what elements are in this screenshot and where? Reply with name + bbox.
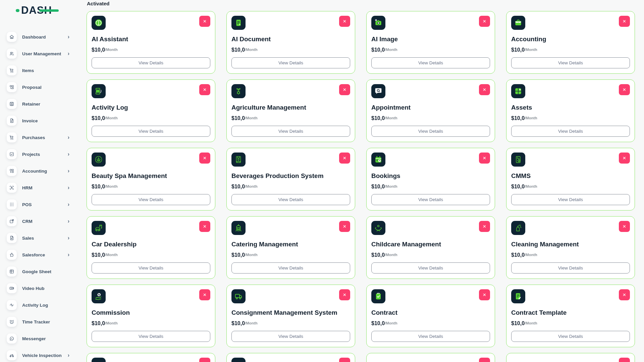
sidebar-item-retainer[interactable]: Retainer <box>7 99 69 109</box>
view-details-button[interactable]: View Details <box>92 331 210 342</box>
addon-title: Contract <box>371 309 490 316</box>
sidebar-item-salesforce[interactable]: Salesforce › <box>7 250 69 260</box>
close-icon: × <box>343 292 346 298</box>
view-details-button[interactable]: View Details <box>92 262 210 274</box>
sidebar-item-hrm[interactable]: HRM › <box>7 183 69 193</box>
deactivate-button[interactable]: × <box>479 84 490 95</box>
sidebar-item-dashboard[interactable]: Dashboard › <box>7 32 69 42</box>
sidebar-item-label: Projects <box>22 152 40 157</box>
addon-card-partial-4: × <box>506 353 635 362</box>
close-icon: × <box>203 292 207 298</box>
sidebar-item-proposal[interactable]: Proposal <box>7 82 69 92</box>
deactivate-button[interactable]: × <box>199 289 210 300</box>
sidebar-item-google-sheet[interactable]: Google Sheet <box>7 266 69 277</box>
sidebar-item-projects[interactable]: Projects › <box>7 149 69 159</box>
deactivate-button[interactable]: × <box>339 84 350 95</box>
deactivate-button[interactable]: × <box>619 153 630 164</box>
view-details-button[interactable]: View Details <box>371 262 490 274</box>
deactivate-button[interactable]: × <box>339 16 350 27</box>
sidebar-item-video-hub[interactable]: Video Hub <box>7 283 69 293</box>
deactivate-button[interactable]: × <box>619 84 630 95</box>
close-icon: × <box>203 224 207 229</box>
deactivate-button[interactable]: × <box>479 221 490 232</box>
deactivate-button[interactable]: × <box>199 358 210 362</box>
addon-period: /Month <box>525 321 537 325</box>
view-details-button[interactable]: View Details <box>511 331 630 342</box>
view-details-button[interactable]: View Details <box>371 194 490 205</box>
thumbs-up-icon <box>7 250 17 260</box>
sidebar-item-messenger[interactable]: Messenger <box>7 334 69 344</box>
deactivate-button[interactable]: × <box>199 153 210 164</box>
view-details-button[interactable]: View Details <box>511 194 630 205</box>
deactivate-button[interactable]: × <box>479 358 490 362</box>
chevron-right-icon: › <box>68 168 69 174</box>
deactivate-button[interactable]: × <box>199 84 210 95</box>
deactivate-button[interactable]: × <box>619 358 630 362</box>
addon-title: Catering Management <box>231 241 350 248</box>
addon-price-row: $10,0/Month <box>92 320 210 326</box>
view-details-button[interactable]: View Details <box>231 262 350 274</box>
view-details-button[interactable]: View Details <box>371 331 490 342</box>
deactivate-button[interactable]: × <box>619 221 630 232</box>
view-details-button[interactable]: View Details <box>371 126 490 137</box>
view-details-button[interactable]: View Details <box>92 57 210 68</box>
sidebar-item-label: Activity Log <box>22 303 48 308</box>
deactivate-button[interactable]: × <box>479 16 490 27</box>
home-icon <box>7 32 17 42</box>
deactivate-button[interactable]: × <box>479 153 490 164</box>
view-details-button[interactable]: View Details <box>231 194 350 205</box>
addon-title: Beverages Production System <box>231 172 350 180</box>
lotus-icon <box>92 153 106 167</box>
deactivate-button[interactable]: × <box>619 16 630 27</box>
deactivate-button[interactable]: × <box>339 221 350 232</box>
sidebar-item-time-tracker[interactable]: Time Tracker <box>7 317 69 327</box>
deactivate-button[interactable]: × <box>479 289 490 300</box>
view-details-button[interactable]: View Details <box>231 126 350 137</box>
sidebar-item-label: Accounting <box>22 169 47 174</box>
addon-period: /Month <box>525 253 537 257</box>
view-details-button[interactable]: View Details <box>92 126 210 137</box>
blocks-swap-icon <box>7 82 17 92</box>
addon-price-row: $10,0/Month <box>511 320 630 326</box>
view-details-button[interactable]: View Details <box>511 57 630 68</box>
view-details-button[interactable]: View Details <box>371 57 490 68</box>
deactivate-button[interactable]: × <box>199 221 210 232</box>
addon-title: Assets <box>511 104 630 111</box>
addon-card-beverages-production-system: × Beverages Production System $10,0/Mont… <box>226 148 355 210</box>
addon-price: $10,0 <box>231 252 245 258</box>
sidebar-item-vehicle-inspection[interactable]: Vehicle Inspection › <box>7 350 69 360</box>
logo-dash-accent <box>39 9 59 12</box>
sidebar-item-pos[interactable]: POS › <box>7 199 69 209</box>
sidebar-item-label: Proposal <box>22 85 42 90</box>
partial-green-glyph-icon <box>92 358 106 362</box>
sidebar-item-items[interactable]: Items <box>7 65 69 75</box>
addon-price-row: $10,0/Month <box>371 320 490 326</box>
file-lines-icon <box>7 233 17 243</box>
sidebar-item-user-management[interactable]: User Management › <box>7 49 69 59</box>
addon-price: $10,0 <box>511 47 525 53</box>
alarm-clock-icon <box>7 317 17 327</box>
sidebar-item-activity-log[interactable]: Activity Log <box>7 300 69 310</box>
sidebar-item-crm[interactable]: CRM › <box>7 216 69 226</box>
addon-card-partial-1: × <box>87 353 215 362</box>
deactivate-button[interactable]: × <box>619 289 630 300</box>
sidebar-item-label: Sales <box>22 236 34 241</box>
deactivate-button[interactable]: × <box>339 153 350 164</box>
deactivate-button[interactable]: × <box>339 358 350 362</box>
view-details-button[interactable]: View Details <box>231 331 350 342</box>
view-details-button[interactable]: View Details <box>92 194 210 205</box>
addon-card-car-dealership: × Car Dealership $10,0/Month View Detail… <box>87 216 215 279</box>
view-details-button[interactable]: View Details <box>511 262 630 274</box>
sidebar-item-accounting[interactable]: Accounting › <box>7 166 69 176</box>
addon-period: /Month <box>525 184 537 188</box>
chevron-right-icon: › <box>68 135 69 140</box>
sidebar-item-sales[interactable]: Sales › <box>7 233 69 243</box>
sidebar-item-purchases[interactable]: Purchases › <box>7 132 69 142</box>
deactivate-button[interactable]: × <box>339 289 350 300</box>
addon-card-partial-3: × <box>366 353 495 362</box>
view-details-button[interactable]: View Details <box>231 57 350 68</box>
view-details-button[interactable]: View Details <box>511 126 630 137</box>
deactivate-button[interactable]: × <box>199 16 210 27</box>
plant-gear-icon <box>231 84 246 98</box>
sidebar-item-invoice[interactable]: Invoice <box>7 116 69 126</box>
